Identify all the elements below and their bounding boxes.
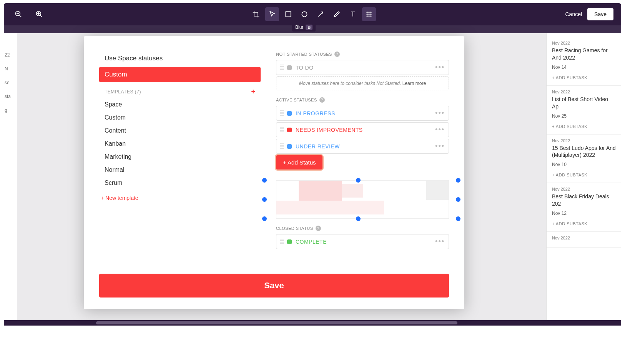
task-card[interactable]: Nov 2022 Best Racing Games for And 2022 …: [547, 37, 621, 86]
status-color-swatch: [287, 144, 292, 149]
cancel-button[interactable]: Cancel: [565, 11, 582, 17]
zoom-in-icon[interactable]: [32, 7, 46, 21]
status-color-swatch: [287, 111, 292, 116]
add-template-icon[interactable]: +: [251, 88, 255, 96]
more-icon[interactable]: •••: [435, 126, 445, 134]
selection-handle[interactable]: [356, 216, 361, 221]
more-icon[interactable]: •••: [435, 63, 445, 71]
screenshot-editor-toolbar: Cancel Save: [4, 3, 621, 25]
status-color-swatch: [287, 128, 292, 132]
svg-point-14: [369, 14, 369, 15]
task-card[interactable]: Nov 2022 Best Black Friday Deals 202 Nov…: [547, 183, 621, 232]
selection-handle[interactable]: [456, 197, 460, 202]
task-card[interactable]: Nov 2022 15 Best Ludo Apps for And (Mult…: [547, 135, 621, 183]
status-row-needs-improvements[interactable]: NEEDS IMPROVEMENTS •••: [276, 122, 449, 137]
status-row-in-progress[interactable]: IN PROGRESS •••: [276, 106, 449, 121]
template-item-marketing[interactable]: Marketing: [99, 150, 261, 163]
text-icon[interactable]: [346, 7, 360, 21]
learn-more-link[interactable]: Learn more: [402, 81, 426, 86]
rectangle-icon[interactable]: [281, 7, 295, 21]
blur-tooltip: Blur B: [292, 23, 316, 32]
status-settings-modal: Use Space statuses Custom TEMPLATES (7) …: [84, 36, 464, 309]
svg-point-12: [371, 12, 371, 13]
more-icon[interactable]: •••: [435, 142, 445, 150]
not-started-section-label: NOT STARTED STATUSES ?: [276, 52, 449, 57]
svg-point-17: [369, 16, 369, 17]
template-item-content[interactable]: Content: [99, 124, 261, 137]
more-icon[interactable]: •••: [435, 238, 445, 246]
status-row-todo[interactable]: TO DO •••: [276, 60, 449, 75]
more-icon[interactable]: •••: [435, 109, 445, 117]
templates-label: TEMPLATES (7): [105, 89, 141, 95]
selection-handle[interactable]: [262, 197, 267, 202]
add-subtask-button[interactable]: + ADD SUBTASK: [552, 124, 616, 129]
task-card[interactable]: Nov 2022 List of Best Short Video Ap Nov…: [547, 86, 621, 135]
drag-handle-icon[interactable]: [280, 239, 284, 245]
svg-line-4: [40, 15, 42, 17]
pencil-icon[interactable]: [330, 7, 344, 21]
use-space-statuses-option[interactable]: Use Space statuses: [99, 52, 261, 65]
closed-section-label: CLOSED STATUS ?: [276, 226, 449, 231]
circle-icon[interactable]: [298, 7, 311, 21]
add-subtask-button[interactable]: + ADD SUBTASK: [552, 173, 616, 177]
help-icon[interactable]: ?: [334, 52, 340, 57]
drag-handle-icon[interactable]: [280, 65, 284, 71]
status-color-swatch: [287, 239, 292, 244]
task-card[interactable]: Nov 2022: [547, 232, 621, 248]
selection-handle[interactable]: [356, 178, 361, 183]
svg-line-9: [318, 12, 323, 17]
selection-handle[interactable]: [456, 178, 460, 183]
template-item-normal[interactable]: Normal: [99, 163, 261, 176]
crop-icon[interactable]: [249, 7, 263, 21]
blur-icon[interactable]: [362, 7, 376, 21]
task-side-panel: Nov 2022 Best Racing Games for And 2022 …: [546, 33, 621, 322]
save-button-top[interactable]: Save: [587, 8, 613, 20]
template-item-custom[interactable]: Custom: [99, 111, 261, 124]
selection-handle[interactable]: [456, 216, 460, 221]
svg-line-1: [20, 15, 22, 17]
new-template-button[interactable]: + New template: [99, 192, 261, 204]
horizontal-scrollbar[interactable]: [4, 320, 621, 326]
help-icon[interactable]: ?: [319, 97, 325, 103]
drag-handle-icon[interactable]: [280, 110, 284, 116]
svg-rect-7: [286, 12, 291, 17]
arrow-icon[interactable]: [314, 7, 327, 21]
template-item-kanban[interactable]: Kanban: [99, 137, 261, 150]
add-status-button[interactable]: + Add Status: [276, 155, 322, 170]
add-subtask-button[interactable]: + ADD SUBTASK: [552, 221, 616, 226]
selection-handle[interactable]: [262, 216, 267, 221]
template-item-scrum[interactable]: Scrum: [99, 176, 261, 189]
zoom-out-icon[interactable]: [12, 7, 25, 21]
add-subtask-button[interactable]: + ADD SUBTASK: [552, 75, 616, 80]
svg-point-15: [371, 14, 371, 15]
svg-point-11: [369, 12, 369, 13]
svg-point-18: [371, 16, 371, 17]
custom-statuses-option[interactable]: Custom: [99, 67, 261, 82]
drag-handle-icon[interactable]: [280, 127, 284, 133]
status-row-complete[interactable]: COMPLETE •••: [276, 234, 449, 249]
drop-zone-not-started[interactable]: Move statuses here to consider tasks Not…: [276, 76, 449, 90]
svg-point-16: [367, 16, 367, 17]
svg-point-8: [302, 12, 307, 17]
svg-point-13: [367, 14, 367, 15]
status-color-swatch: [287, 65, 292, 70]
template-item-space[interactable]: Space: [99, 98, 261, 111]
pointer-icon[interactable]: [265, 7, 279, 21]
drag-handle-icon[interactable]: [280, 143, 284, 150]
status-row-under-review[interactable]: UNDER REVIEW •••: [276, 139, 449, 154]
blur-selection-region[interactable]: [276, 180, 449, 219]
save-statuses-button[interactable]: Save: [99, 274, 449, 298]
help-icon[interactable]: ?: [316, 226, 321, 231]
svg-point-10: [367, 12, 367, 13]
selection-handle[interactable]: [262, 178, 267, 183]
active-section-label: ACTIVE STATUSES ?: [276, 97, 449, 103]
